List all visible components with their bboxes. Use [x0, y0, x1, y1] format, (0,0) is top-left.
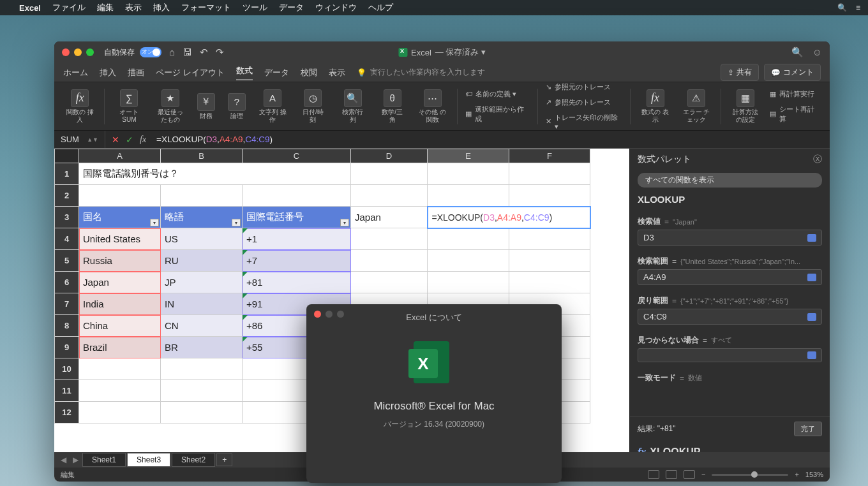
insert-function-button[interactable]: fx関数の 挿入 — [61, 85, 99, 128]
row-header-1[interactable]: 1 — [55, 163, 79, 185]
menu-tools[interactable]: ツール — [243, 2, 267, 13]
recent-functions-button[interactable]: ★最近使っ たもの — [151, 85, 190, 128]
undo-icon[interactable]: ↶ — [200, 47, 208, 58]
trace-precedents-button[interactable]: ↘参照元のトレース — [543, 80, 625, 94]
cell-a8[interactable]: China — [79, 315, 161, 337]
tab-view[interactable]: 表示 — [329, 67, 345, 78]
cell-a7[interactable]: India — [79, 293, 161, 315]
range-picker-icon[interactable] — [807, 274, 816, 281]
filter-icon[interactable]: ▾ — [340, 219, 349, 226]
zoom-button[interactable] — [86, 48, 94, 56]
cell-e3[interactable]: =XLOOKUP(D3,A4:A9,C4:C9) — [428, 207, 590, 228]
accept-formula-button[interactable]: ✓ — [126, 135, 133, 145]
filter-icon[interactable]: ▾ — [232, 219, 241, 226]
filter-icon[interactable]: ▾ — [150, 219, 159, 226]
minimize-button[interactable] — [74, 48, 82, 56]
autosave-toggle[interactable]: 自動保存 — [104, 47, 161, 58]
datetime-button[interactable]: ◷日付/時刻 — [294, 85, 331, 128]
zoom-value[interactable]: 153% — [805, 471, 823, 478]
view-page-break-button[interactable] — [684, 470, 695, 479]
cell-a3[interactable]: 国名▾ — [79, 207, 161, 228]
zoom-out-button[interactable]: − — [701, 471, 705, 478]
name-dropdown-icon[interactable]: ▲▼ — [87, 136, 98, 143]
menu-format[interactable]: フォーマット — [181, 2, 231, 13]
menu-view[interactable]: 表示 — [125, 2, 142, 13]
select-all-corner[interactable] — [55, 149, 79, 163]
row-header-3[interactable]: 3 — [55, 207, 79, 228]
menubar-search-icon[interactable]: 🔍 — [837, 3, 847, 12]
search-icon[interactable]: 🔍 — [791, 47, 804, 58]
cell-b8[interactable]: CN — [161, 315, 243, 337]
tab-page-layout[interactable]: ページ レイアウト — [156, 67, 225, 78]
cell-a1[interactable]: 国際電話識別番号は？ — [79, 163, 351, 185]
row-header-2[interactable]: 2 — [55, 185, 79, 207]
calc-options-button[interactable]: ▦計算方法 の設定 — [726, 85, 765, 128]
toggle-switch[interactable] — [140, 47, 161, 57]
cell-d3[interactable]: Japan — [351, 207, 428, 228]
col-header-e[interactable]: E — [428, 149, 509, 163]
view-normal-button[interactable] — [648, 470, 659, 479]
tab-home[interactable]: ホーム — [63, 67, 88, 78]
tab-insert[interactable]: 挿入 — [100, 67, 116, 78]
add-sheet-button[interactable]: + — [216, 453, 232, 466]
recalc-now-button[interactable]: ▦再計算実行 — [767, 87, 823, 101]
range-picker-icon[interactable] — [807, 313, 816, 321]
close-button[interactable] — [62, 48, 70, 56]
title-saved[interactable]: — 保存済み ▾ — [435, 47, 486, 58]
range-picker-icon[interactable] — [807, 234, 816, 242]
sheet-nav-next[interactable]: ▶ — [70, 455, 81, 464]
col-header-d[interactable]: D — [351, 149, 428, 163]
cell-c6[interactable]: +81 — [243, 272, 351, 293]
remove-arrows-button[interactable]: ✕トレース矢印の削除 ▾ — [543, 111, 625, 133]
tab-draw[interactable]: 描画 — [128, 67, 144, 78]
col-header-f[interactable]: F — [509, 149, 590, 163]
comment-button[interactable]: 💬コメント — [764, 64, 821, 81]
autosum-button[interactable]: ∑オート SUM — [110, 85, 148, 128]
home-icon[interactable]: ⌂ — [169, 47, 175, 58]
cell-c5[interactable]: +7 — [243, 250, 351, 272]
cell-a5[interactable]: Russia — [79, 250, 161, 272]
menu-help[interactable]: ヘルプ — [368, 2, 393, 13]
col-header-c[interactable]: C — [243, 149, 351, 163]
cell-b7[interactable]: IN — [161, 293, 243, 315]
sheet-tab-1[interactable]: Sheet1 — [82, 453, 126, 467]
tab-formulas[interactable]: 数式 — [236, 65, 253, 80]
cell-b9[interactable]: BR — [161, 337, 243, 358]
cancel-formula-button[interactable]: ✕ — [112, 135, 119, 145]
create-from-selection-button[interactable]: ▦選択範囲から作成 — [463, 103, 532, 126]
tab-data[interactable]: データ — [264, 67, 289, 78]
sheet-nav-prev[interactable]: ◀ — [58, 455, 69, 464]
show-all-functions-button[interactable]: すべての関数を表示 — [638, 173, 822, 188]
menu-edit[interactable]: 編集 — [97, 2, 114, 13]
menu-data[interactable]: データ — [279, 2, 304, 13]
lookup-button[interactable]: 🔍検索/行列 — [334, 85, 371, 128]
sheet-tab-2[interactable]: Sheet2 — [172, 453, 215, 467]
menu-window[interactable]: ウィンドウ — [315, 2, 357, 13]
text-button[interactable]: A文字列 操作 — [253, 85, 292, 128]
tab-review[interactable]: 校閲 — [301, 67, 317, 78]
zoom-slider[interactable] — [712, 474, 788, 476]
about-close-button[interactable] — [314, 311, 321, 318]
cell-a6[interactable]: Japan — [79, 272, 161, 293]
view-page-layout-button[interactable] — [666, 470, 677, 479]
col-header-a[interactable]: A — [79, 149, 161, 163]
palette-done-button[interactable]: 完了 — [794, 422, 822, 436]
show-formulas-button[interactable]: fx数式の 表示 — [636, 85, 674, 128]
cell-c4[interactable]: +1 — [243, 228, 351, 250]
redo-icon[interactable]: ↷ — [216, 47, 224, 58]
trace-dependents-button[interactable]: ↗参照先のトレース — [543, 96, 625, 109]
error-check-button[interactable]: ⚠エラー チェック — [677, 85, 715, 128]
cell-b5[interactable]: RU — [161, 250, 243, 272]
cell-a9[interactable]: Brazil — [79, 337, 161, 358]
math-button[interactable]: θ数学/三角 — [374, 85, 411, 128]
name-box[interactable]: SUM▲▼ — [54, 131, 105, 148]
tell-me-search[interactable]: 💡実行したい作業内容を入力します — [357, 67, 485, 78]
menu-insert[interactable]: 挿入 — [153, 2, 170, 13]
menubar-appname[interactable]: Excel — [19, 3, 41, 13]
cell-b4[interactable]: US — [161, 228, 243, 250]
formula-input[interactable]: =XLOOKUP(D3,A4:A9,C4:C9) — [153, 135, 830, 144]
cell-a4[interactable]: United States — [79, 228, 161, 250]
menubar-wifi-icon[interactable]: ≡ — [856, 3, 860, 12]
range-picker-icon[interactable] — [807, 351, 816, 359]
sheet-tab-3[interactable]: Sheet3 — [127, 453, 170, 467]
